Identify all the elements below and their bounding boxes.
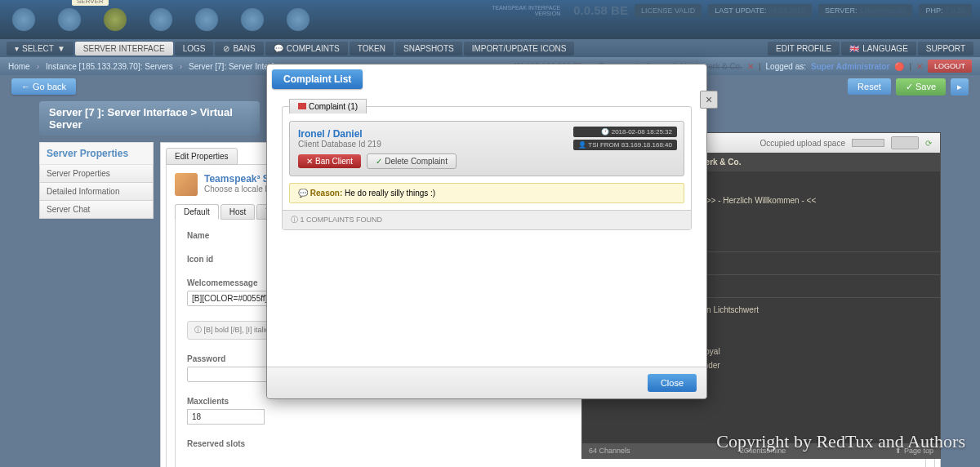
delete-complaint-button[interactable]: Delete Complaint [367, 153, 457, 169]
complaint-reason: 💬 Reason: He do really silly things :) [289, 183, 684, 203]
flag-icon [298, 103, 306, 109]
modal-title: Complaint List [272, 69, 363, 89]
complaint-time: 🕐 2018-02-08 18:25:32 [573, 127, 677, 137]
complaint-from: 👤 TSI FROM 83.169.18.168:40 [573, 140, 677, 150]
modal-close-x[interactable]: × [700, 91, 718, 109]
complaint-modal: × Complaint List Complaint (1) 🕐 2018-02… [266, 64, 707, 399]
complaint-count: ⓘ 1 COMPLAINTS FOUND [283, 210, 691, 229]
modal-close-button[interactable]: Close [648, 374, 697, 392]
copyright: Copyright by RedTux and Authors [716, 431, 965, 452]
complaint-tab: Complaint (1) [289, 99, 367, 113]
ban-client-button[interactable]: Ban Client [298, 154, 361, 168]
complaint-card: 🕐 2018-02-08 18:25:32 👤 TSI FROM 83.169.… [289, 121, 684, 176]
